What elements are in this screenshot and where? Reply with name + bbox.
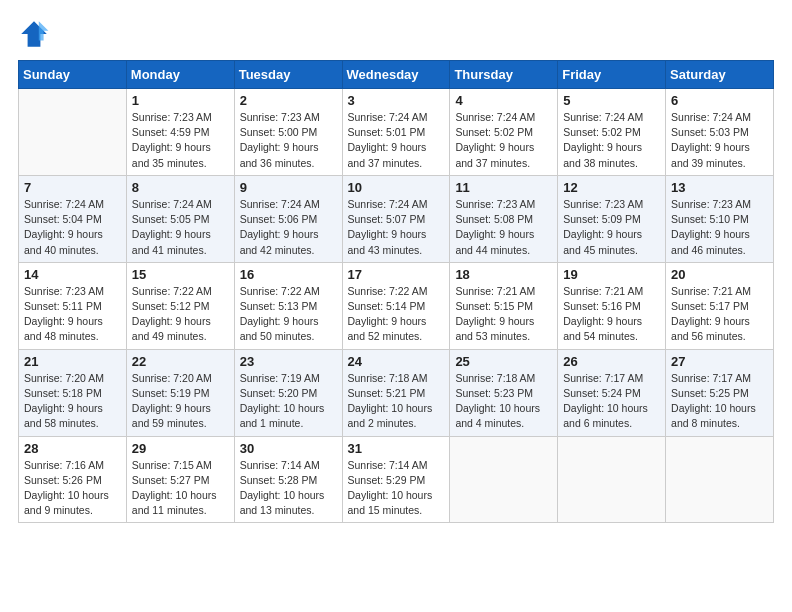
day-number: 29 bbox=[132, 441, 229, 456]
calendar-cell: 26Sunrise: 7:17 AM Sunset: 5:24 PM Dayli… bbox=[558, 349, 666, 436]
calendar-cell: 23Sunrise: 7:19 AM Sunset: 5:20 PM Dayli… bbox=[234, 349, 342, 436]
calendar-cell: 2Sunrise: 7:23 AM Sunset: 5:00 PM Daylig… bbox=[234, 89, 342, 176]
day-info: Sunrise: 7:22 AM Sunset: 5:14 PM Dayligh… bbox=[348, 284, 445, 345]
day-number: 8 bbox=[132, 180, 229, 195]
calendar-cell: 17Sunrise: 7:22 AM Sunset: 5:14 PM Dayli… bbox=[342, 262, 450, 349]
day-info: Sunrise: 7:19 AM Sunset: 5:20 PM Dayligh… bbox=[240, 371, 337, 432]
day-number: 15 bbox=[132, 267, 229, 282]
day-info: Sunrise: 7:24 AM Sunset: 5:02 PM Dayligh… bbox=[563, 110, 660, 171]
day-number: 16 bbox=[240, 267, 337, 282]
calendar-week-row: 1Sunrise: 7:23 AM Sunset: 4:59 PM Daylig… bbox=[19, 89, 774, 176]
day-info: Sunrise: 7:17 AM Sunset: 5:24 PM Dayligh… bbox=[563, 371, 660, 432]
day-number: 18 bbox=[455, 267, 552, 282]
calendar-cell: 29Sunrise: 7:15 AM Sunset: 5:27 PM Dayli… bbox=[126, 436, 234, 523]
calendar-cell bbox=[666, 436, 774, 523]
day-number: 10 bbox=[348, 180, 445, 195]
day-info: Sunrise: 7:14 AM Sunset: 5:29 PM Dayligh… bbox=[348, 458, 445, 519]
calendar-cell: 18Sunrise: 7:21 AM Sunset: 5:15 PM Dayli… bbox=[450, 262, 558, 349]
day-number: 31 bbox=[348, 441, 445, 456]
day-number: 3 bbox=[348, 93, 445, 108]
weekday-header-saturday: Saturday bbox=[666, 61, 774, 89]
day-number: 9 bbox=[240, 180, 337, 195]
calendar-week-row: 7Sunrise: 7:24 AM Sunset: 5:04 PM Daylig… bbox=[19, 175, 774, 262]
calendar-cell: 20Sunrise: 7:21 AM Sunset: 5:17 PM Dayli… bbox=[666, 262, 774, 349]
weekday-header-tuesday: Tuesday bbox=[234, 61, 342, 89]
weekday-header-sunday: Sunday bbox=[19, 61, 127, 89]
calendar-cell bbox=[19, 89, 127, 176]
day-info: Sunrise: 7:18 AM Sunset: 5:23 PM Dayligh… bbox=[455, 371, 552, 432]
day-number: 26 bbox=[563, 354, 660, 369]
day-number: 30 bbox=[240, 441, 337, 456]
logo bbox=[18, 18, 54, 50]
weekday-header-row: SundayMondayTuesdayWednesdayThursdayFrid… bbox=[19, 61, 774, 89]
day-info: Sunrise: 7:23 AM Sunset: 5:08 PM Dayligh… bbox=[455, 197, 552, 258]
day-number: 22 bbox=[132, 354, 229, 369]
day-number: 5 bbox=[563, 93, 660, 108]
day-info: Sunrise: 7:23 AM Sunset: 4:59 PM Dayligh… bbox=[132, 110, 229, 171]
day-info: Sunrise: 7:15 AM Sunset: 5:27 PM Dayligh… bbox=[132, 458, 229, 519]
calendar-cell: 16Sunrise: 7:22 AM Sunset: 5:13 PM Dayli… bbox=[234, 262, 342, 349]
calendar-cell: 24Sunrise: 7:18 AM Sunset: 5:21 PM Dayli… bbox=[342, 349, 450, 436]
calendar-cell: 4Sunrise: 7:24 AM Sunset: 5:02 PM Daylig… bbox=[450, 89, 558, 176]
day-info: Sunrise: 7:16 AM Sunset: 5:26 PM Dayligh… bbox=[24, 458, 121, 519]
day-number: 4 bbox=[455, 93, 552, 108]
calendar-cell: 13Sunrise: 7:23 AM Sunset: 5:10 PM Dayli… bbox=[666, 175, 774, 262]
day-info: Sunrise: 7:23 AM Sunset: 5:00 PM Dayligh… bbox=[240, 110, 337, 171]
calendar-cell: 5Sunrise: 7:24 AM Sunset: 5:02 PM Daylig… bbox=[558, 89, 666, 176]
day-info: Sunrise: 7:24 AM Sunset: 5:06 PM Dayligh… bbox=[240, 197, 337, 258]
calendar-cell: 10Sunrise: 7:24 AM Sunset: 5:07 PM Dayli… bbox=[342, 175, 450, 262]
day-info: Sunrise: 7:24 AM Sunset: 5:04 PM Dayligh… bbox=[24, 197, 121, 258]
calendar-cell: 28Sunrise: 7:16 AM Sunset: 5:26 PM Dayli… bbox=[19, 436, 127, 523]
calendar-cell: 11Sunrise: 7:23 AM Sunset: 5:08 PM Dayli… bbox=[450, 175, 558, 262]
day-number: 7 bbox=[24, 180, 121, 195]
logo-icon bbox=[18, 18, 50, 50]
calendar-cell: 30Sunrise: 7:14 AM Sunset: 5:28 PM Dayli… bbox=[234, 436, 342, 523]
calendar-week-row: 21Sunrise: 7:20 AM Sunset: 5:18 PM Dayli… bbox=[19, 349, 774, 436]
calendar-table: SundayMondayTuesdayWednesdayThursdayFrid… bbox=[18, 60, 774, 523]
day-info: Sunrise: 7:18 AM Sunset: 5:21 PM Dayligh… bbox=[348, 371, 445, 432]
day-info: Sunrise: 7:14 AM Sunset: 5:28 PM Dayligh… bbox=[240, 458, 337, 519]
calendar-cell: 31Sunrise: 7:14 AM Sunset: 5:29 PM Dayli… bbox=[342, 436, 450, 523]
page: SundayMondayTuesdayWednesdayThursdayFrid… bbox=[0, 0, 792, 612]
weekday-header-monday: Monday bbox=[126, 61, 234, 89]
day-info: Sunrise: 7:21 AM Sunset: 5:15 PM Dayligh… bbox=[455, 284, 552, 345]
day-info: Sunrise: 7:21 AM Sunset: 5:16 PM Dayligh… bbox=[563, 284, 660, 345]
day-info: Sunrise: 7:24 AM Sunset: 5:01 PM Dayligh… bbox=[348, 110, 445, 171]
day-number: 14 bbox=[24, 267, 121, 282]
calendar-cell: 9Sunrise: 7:24 AM Sunset: 5:06 PM Daylig… bbox=[234, 175, 342, 262]
calendar-cell: 12Sunrise: 7:23 AM Sunset: 5:09 PM Dayli… bbox=[558, 175, 666, 262]
calendar-cell: 27Sunrise: 7:17 AM Sunset: 5:25 PM Dayli… bbox=[666, 349, 774, 436]
calendar-cell: 3Sunrise: 7:24 AM Sunset: 5:01 PM Daylig… bbox=[342, 89, 450, 176]
calendar-cell: 8Sunrise: 7:24 AM Sunset: 5:05 PM Daylig… bbox=[126, 175, 234, 262]
day-number: 17 bbox=[348, 267, 445, 282]
calendar-week-row: 14Sunrise: 7:23 AM Sunset: 5:11 PM Dayli… bbox=[19, 262, 774, 349]
day-info: Sunrise: 7:24 AM Sunset: 5:05 PM Dayligh… bbox=[132, 197, 229, 258]
day-number: 25 bbox=[455, 354, 552, 369]
weekday-header-thursday: Thursday bbox=[450, 61, 558, 89]
calendar-cell: 21Sunrise: 7:20 AM Sunset: 5:18 PM Dayli… bbox=[19, 349, 127, 436]
day-info: Sunrise: 7:17 AM Sunset: 5:25 PM Dayligh… bbox=[671, 371, 768, 432]
calendar-cell: 7Sunrise: 7:24 AM Sunset: 5:04 PM Daylig… bbox=[19, 175, 127, 262]
day-number: 21 bbox=[24, 354, 121, 369]
day-number: 1 bbox=[132, 93, 229, 108]
day-number: 24 bbox=[348, 354, 445, 369]
calendar-cell: 1Sunrise: 7:23 AM Sunset: 4:59 PM Daylig… bbox=[126, 89, 234, 176]
calendar-body: 1Sunrise: 7:23 AM Sunset: 4:59 PM Daylig… bbox=[19, 89, 774, 523]
calendar-cell: 14Sunrise: 7:23 AM Sunset: 5:11 PM Dayli… bbox=[19, 262, 127, 349]
day-number: 6 bbox=[671, 93, 768, 108]
day-info: Sunrise: 7:23 AM Sunset: 5:09 PM Dayligh… bbox=[563, 197, 660, 258]
calendar-cell: 15Sunrise: 7:22 AM Sunset: 5:12 PM Dayli… bbox=[126, 262, 234, 349]
calendar-cell bbox=[450, 436, 558, 523]
day-info: Sunrise: 7:22 AM Sunset: 5:13 PM Dayligh… bbox=[240, 284, 337, 345]
day-info: Sunrise: 7:20 AM Sunset: 5:19 PM Dayligh… bbox=[132, 371, 229, 432]
day-number: 11 bbox=[455, 180, 552, 195]
calendar-cell: 25Sunrise: 7:18 AM Sunset: 5:23 PM Dayli… bbox=[450, 349, 558, 436]
day-info: Sunrise: 7:23 AM Sunset: 5:11 PM Dayligh… bbox=[24, 284, 121, 345]
calendar-cell: 19Sunrise: 7:21 AM Sunset: 5:16 PM Dayli… bbox=[558, 262, 666, 349]
day-info: Sunrise: 7:20 AM Sunset: 5:18 PM Dayligh… bbox=[24, 371, 121, 432]
calendar-header: SundayMondayTuesdayWednesdayThursdayFrid… bbox=[19, 61, 774, 89]
day-number: 12 bbox=[563, 180, 660, 195]
calendar-cell: 22Sunrise: 7:20 AM Sunset: 5:19 PM Dayli… bbox=[126, 349, 234, 436]
calendar-cell bbox=[558, 436, 666, 523]
weekday-header-wednesday: Wednesday bbox=[342, 61, 450, 89]
